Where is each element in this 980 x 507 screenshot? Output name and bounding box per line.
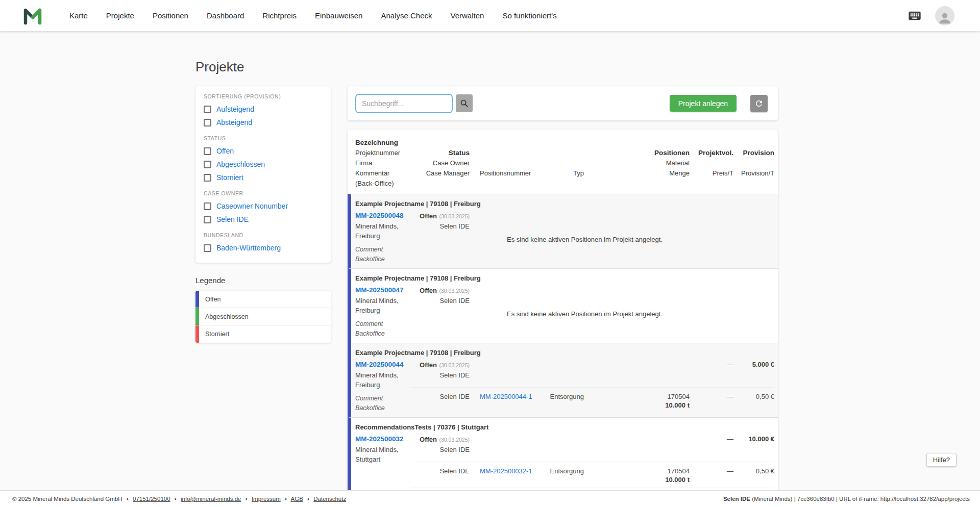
checkbox-icon[interactable]	[204, 202, 211, 210]
project-number-link[interactable]: MM-202500032	[355, 435, 411, 443]
footer-email-link[interactable]: info@mineral-minds.de	[181, 496, 241, 502]
col-menge: Menge	[584, 168, 690, 179]
search-input[interactable]	[355, 94, 453, 113]
footer-datenschutz-link[interactable]: Datenschutz	[313, 496, 346, 502]
footer-phone-link[interactable]: 07151/250100	[133, 496, 170, 502]
footer-session-details: (Mineral Minds) | 7ce360e83fb0 | URL of …	[750, 496, 970, 502]
project-row: RecommendationsTests | 70376 | Stuttgart…	[348, 417, 778, 490]
footer-agb-link[interactable]: AGB	[291, 496, 303, 502]
empty-positions-message: Es sind keine aktiven Positionen im Proj…	[480, 233, 690, 243]
navbar: Karte Projekte Positionen Dashboard Rich…	[0, 0, 980, 31]
filter-item-absteigend[interactable]: Absteigend	[204, 116, 323, 129]
filter-item-abgeschlossen[interactable]: Abgeschlossen	[204, 158, 323, 171]
nav-item-richtpreis[interactable]: Richtpreis	[262, 11, 297, 20]
search-button[interactable]	[456, 94, 473, 112]
filter-item-selen-ide[interactable]: Selen IDE	[204, 213, 323, 226]
footer-impressum-link[interactable]: Impressum	[252, 496, 281, 502]
case-owner: Selen IDE	[411, 445, 470, 454]
case-owner: Selen IDE	[411, 296, 470, 306]
col-positionsnummer: Positionsnummer	[480, 168, 536, 179]
legend-color-abgeschlossen	[195, 308, 199, 325]
nav-item-karte[interactable]: Karte	[69, 11, 88, 20]
checkbox-icon[interactable]	[204, 147, 211, 155]
case-owner: Selen IDE	[411, 222, 470, 231]
refresh-icon	[754, 99, 764, 108]
project-number-link[interactable]: MM-202500044	[355, 360, 411, 369]
nav-item-positionen[interactable]: Positionen	[153, 11, 188, 20]
project-status: Offen (30.03.2025) Selen IDE	[411, 360, 470, 380]
person-icon	[937, 10, 952, 26]
status-date: (30.03.2025)	[439, 213, 470, 219]
material-number: 170504	[584, 392, 690, 401]
nav-item-verwalten[interactable]: Verwalten	[451, 11, 484, 20]
nav-item-dashboard[interactable]: Dashboard	[207, 11, 244, 20]
position-preis: —	[690, 392, 733, 410]
legend-label: Offen	[205, 296, 220, 303]
create-project-button[interactable]: Projekt anlegen	[670, 95, 737, 112]
nav-item-einbauweisen[interactable]: Einbauweisen	[315, 11, 362, 20]
filter-section-sortierung: SORTIERUNG (PROVISION) Aufsteigend Abste…	[204, 93, 323, 129]
nav-item-analyse-check[interactable]: Analyse Check	[381, 11, 432, 20]
search-icon	[460, 99, 469, 108]
project-comment: Comment	[355, 245, 411, 255]
status-date: (30.03.2025)	[439, 437, 470, 443]
col-bezeichnung: Bezeichnung	[355, 138, 411, 148]
col-material: Material	[584, 158, 690, 168]
project-title: Example Projectname | 79108 | Freiburg	[355, 274, 774, 283]
filter-item-aufsteigend[interactable]: Aufsteigend	[204, 103, 323, 116]
projects-table: Bezeichnung Projektnummer Status Positio…	[348, 130, 778, 490]
checkbox-icon[interactable]	[204, 174, 211, 182]
logo-m-icon	[22, 6, 43, 26]
footer-copyright: © 2025 Mineral Minds Deutschland GmbH	[12, 496, 122, 502]
checkbox-icon[interactable]	[204, 216, 211, 223]
filter-section-status: STATUS Offen Abgeschlossen Storniert	[204, 135, 323, 184]
legend-label: Abgeschlossen	[205, 313, 249, 320]
project-comment: Comment	[355, 319, 411, 329]
filter-section-title: STATUS	[204, 135, 323, 142]
position-number-link[interactable]: MM-202500044-1	[480, 392, 536, 410]
project-company: Mineral Minds,	[355, 221, 411, 231]
col-positionen: Positionen	[584, 148, 690, 158]
filter-item-storniert[interactable]: Storniert	[204, 171, 323, 184]
table-body: Example Projectname | 79108 | Freiburg M…	[348, 194, 778, 490]
project-number-link[interactable]: MM-202500047	[355, 286, 411, 294]
filter-item-baden-wuerttemberg[interactable]: Baden-Württemberg	[204, 241, 323, 255]
col-projektnummer: Projektnummer	[355, 148, 411, 158]
nav-item-projekte[interactable]: Projekte	[106, 11, 134, 20]
checkbox-icon[interactable]	[204, 244, 211, 252]
filter-card: SORTIERUNG (PROVISION) Aufsteigend Abste…	[195, 86, 331, 263]
legend-title: Legende	[195, 276, 331, 285]
checkbox-icon[interactable]	[204, 106, 211, 113]
position-typ: Entsorgung	[536, 467, 584, 484]
positions-list: Selen IDE MM-202500044-1 Entsorgung 1705…	[411, 387, 774, 413]
checkbox-icon[interactable]	[204, 161, 211, 168]
project-info: MM-202500047 Mineral Minds, Freiburg Com…	[355, 286, 411, 339]
project-city: Freiburg	[355, 380, 411, 390]
nav-item-so-funktionierts[interactable]: So funktioniert's	[502, 11, 556, 20]
avatar[interactable]	[935, 6, 954, 26]
legend-item-offen: Offen	[195, 291, 331, 308]
footer-separator: •	[175, 496, 177, 502]
keyboard-button[interactable]	[908, 9, 922, 23]
refresh-button[interactable]	[750, 95, 768, 112]
checkbox-icon[interactable]	[204, 119, 211, 126]
filter-label: Aufsteigend	[216, 105, 254, 114]
status-date: (30.03.2025)	[439, 362, 470, 368]
status-date: (30.03.2025)	[439, 288, 470, 294]
case-owner: Selen IDE	[411, 371, 470, 380]
filter-label: Baden-Württemberg	[216, 243, 281, 252]
position-number-link[interactable]: MM-202500032-1	[480, 467, 536, 484]
position-provision: 0,50 €	[733, 392, 774, 410]
filter-item-offen[interactable]: Offen	[204, 144, 323, 158]
filter-item-caseowner-nonumber[interactable]: Caseowner Nonumber	[204, 199, 323, 213]
project-preis: —	[690, 435, 733, 454]
col-case-manager: Case Manager	[411, 168, 470, 179]
project-number-link[interactable]: MM-202500048	[355, 211, 411, 220]
nav-menu: Karte Projekte Positionen Dashboard Rich…	[69, 11, 557, 20]
project-row: Example Projectname | 79108 | Freiburg M…	[348, 268, 778, 343]
help-button[interactable]: Hilfe?	[926, 453, 957, 467]
position-material: 170504 10.000 t	[584, 392, 690, 410]
mineral-minds-logo[interactable]	[22, 6, 43, 26]
footer-separator: •	[246, 496, 248, 502]
footer-user: Selen IDE	[723, 496, 750, 502]
